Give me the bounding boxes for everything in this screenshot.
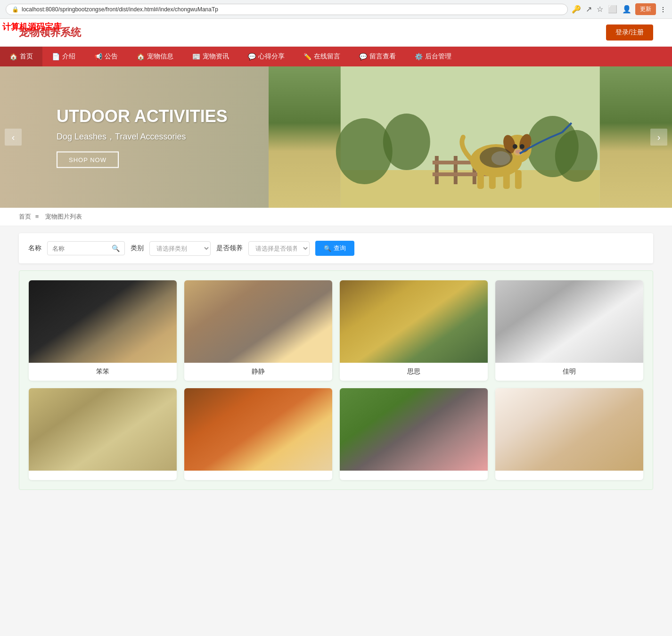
pet-image [495,388,643,471]
nav-label: 宠物资讯 [203,52,229,61]
pet-grid-container: 笨笨静静思思佳明 [19,270,653,490]
url-text: localhost:8080/springbootzongse/front/di… [22,6,218,13]
pet-card[interactable] [340,388,488,480]
pet-name [340,471,488,480]
watermark: 计算机源码宝库 [2,21,62,33]
chat-icon: 💬 [248,53,256,60]
pet-card[interactable]: 笨笨 [29,280,177,381]
pet-card[interactable] [29,388,177,480]
nav-item-intro[interactable]: 📄 介绍 [42,47,85,66]
lock-icon: 🔒 [12,6,19,13]
share-icon: ↗ [586,5,592,14]
nav-label: 介绍 [62,52,75,61]
search-button[interactable]: 🔍 查询 [315,241,354,256]
key-icon: 🔑 [572,5,581,14]
nav-label: 首页 [20,52,33,61]
adopted-label: 是否领养 [216,244,243,253]
pet-name [184,471,332,480]
pet-image [29,388,177,471]
notice-icon: 📢 [94,53,102,60]
banner-subtitle: Dog Leashes，Travel Accessories [57,131,228,142]
pet-image [340,280,488,363]
nav-label: 心得分享 [258,52,285,61]
nav-label: 留言查看 [369,52,396,61]
pet-image [29,280,177,363]
update-button[interactable]: 更新 [635,3,656,15]
pet-name: 笨笨 [29,363,177,381]
pet-name: 静静 [184,363,332,381]
svg-point-2 [336,118,393,184]
breadcrumb-home[interactable]: 首页 [19,213,31,220]
breadcrumb: 首页 ≡ 宠物图片列表 [0,208,672,226]
search-bar: 名称 🔍 类别 请选择类别 是否领养 请选择是否领养 🔍 查询 [19,233,653,263]
site-header: 宠物领养系统 登录/注册 [0,19,672,47]
url-bar[interactable]: 🔒 localhost:8080/springbootzongse/front/… [6,4,568,15]
banner-next-button[interactable]: › [650,129,667,146]
svg-point-5 [555,130,598,182]
banner-title: UTDOOR ACTIVITIES [57,106,228,126]
pet-name: 思思 [340,363,488,381]
pet-name [29,471,177,480]
category-select[interactable]: 请选择类别 [149,241,211,256]
profile-icon: 👤 [622,5,631,14]
pet-image [184,388,332,471]
banner-scene [269,66,672,208]
pet-image [184,280,332,363]
pet-card[interactable]: 静静 [184,280,332,381]
svg-rect-7 [454,156,458,184]
magnifier-icon: 🔍 [324,245,331,252]
pet-image [340,388,488,471]
pet-card[interactable] [184,388,332,480]
banner-prev-button[interactable]: ‹ [5,129,22,146]
svg-rect-22 [503,170,510,189]
tab-icon: ⬜ [608,5,617,14]
pet-grid-row2 [29,388,643,480]
nav-item-pet-info[interactable]: 🏠 宠物信息 [127,47,183,66]
adopted-select[interactable]: 请选择是否领养 [248,241,310,256]
nav-item-home[interactable]: 🏠 首页 [0,47,42,66]
svg-point-3 [383,114,430,170]
svg-rect-20 [477,170,484,189]
browser-icons: 🔑 ↗ ☆ ⬜ 👤 [572,5,631,14]
pet-name [495,471,643,480]
name-input-wrap: 🔍 [47,241,125,255]
nav-item-message-view[interactable]: 💬 留言查看 [350,47,405,66]
gear-icon: ⚙️ [415,53,423,60]
pet-card[interactable]: 佳明 [495,280,643,381]
home-icon: 🏠 [9,53,17,60]
pet-card[interactable] [495,388,643,480]
svg-rect-21 [489,170,496,189]
menu-icon[interactable]: ⋮ [660,6,666,13]
svg-rect-6 [435,156,439,184]
shop-now-button[interactable]: SHOP NOW [57,152,119,168]
banner-background [269,66,672,208]
breadcrumb-separator: ≡ [35,213,39,220]
banner-illustration [269,66,672,208]
svg-point-16 [513,144,517,149]
banner-content: UTDOOR ACTIVITIES Dog Leashes，Travel Acc… [57,106,228,168]
hero-banner: ‹ UTDOOR ACTIVITIES Dog Leashes，Travel A… [0,66,672,208]
svg-point-17 [520,144,524,149]
nav-item-admin[interactable]: ⚙️ 后台管理 [405,47,461,66]
edit-icon: ✏️ [303,53,311,60]
nav-item-notice[interactable]: 📢 公告 [85,47,127,66]
nav-item-pet-news[interactable]: 📰 宠物资讯 [183,47,238,66]
pet-icon: 🏠 [137,53,145,60]
pet-image [495,280,643,363]
news-icon: 📰 [192,53,200,60]
site-navigation: 🏠 首页 📄 介绍 📢 公告 🏠 宠物信息 📰 宠物资讯 💬 心得分享 ✏️ 在… [0,47,672,66]
name-input[interactable] [52,245,109,252]
search-icon: 🔍 [112,245,120,252]
login-button[interactable]: 登录/注册 [606,24,653,41]
star-icon: ☆ [597,5,603,14]
breadcrumb-current: 宠物图片列表 [45,213,82,220]
name-label: 名称 [28,244,41,253]
nav-label: 公告 [105,52,118,61]
pet-card[interactable]: 思思 [340,280,488,381]
nav-item-message[interactable]: ✏️ 在线留言 [294,47,350,66]
svg-point-25 [480,147,513,168]
nav-item-share[interactable]: 💬 心得分享 [238,47,294,66]
pet-grid-row1: 笨笨静静思思佳明 [29,280,643,381]
pet-name: 佳明 [495,363,643,381]
doc-icon: 📄 [52,53,60,60]
